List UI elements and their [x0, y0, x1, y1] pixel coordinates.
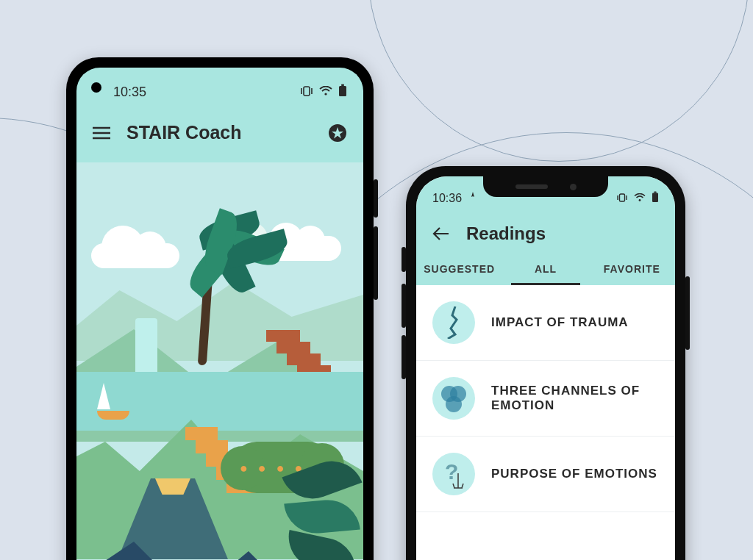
device-side-button: [685, 276, 690, 350]
reading-item-impact-of-trauma[interactable]: IMPACT OF TRAUMA: [416, 285, 675, 361]
svg-rect-11: [620, 194, 625, 201]
device-android-frame: 10:35 STAIR Coach: [66, 57, 374, 560]
tab-favorite[interactable]: FAVORITE: [589, 254, 675, 285]
reading-item-three-channels[interactable]: THREE CHANNELS OF EMOTION: [416, 361, 675, 437]
device-side-button: [402, 284, 406, 328]
svg-rect-5: [341, 84, 344, 86]
svg-point-3: [324, 93, 326, 95]
svg-rect-4: [339, 86, 346, 96]
reading-item-label: THREE CHANNELS OF EMOTION: [491, 384, 659, 413]
svg-line-21: [453, 484, 454, 488]
device-side-button: [402, 335, 406, 379]
reading-item-label: IMPACT OF TRAUMA: [491, 315, 629, 330]
readings-list: IMPACT OF TRAUMA THREE CHANNELS OF EMOTI…: [416, 285, 675, 512]
battery-icon: [338, 84, 347, 101]
palm-tree-icon: [156, 214, 259, 368]
device-side-button: [374, 226, 378, 300]
svg-rect-16: [654, 192, 656, 193]
device-notch: [483, 176, 608, 197]
svg-line-22: [462, 484, 463, 488]
status-time: 10:36: [432, 192, 462, 205]
menu-icon[interactable]: [93, 126, 110, 140]
stairs-icon: [266, 330, 300, 377]
readings-tabs: SUGGESTED ALL FAVORITE: [416, 254, 675, 285]
back-arrow-icon[interactable]: [432, 226, 450, 241]
sailboat-icon: [97, 383, 129, 420]
readings-header: Readings: [416, 210, 675, 254]
device-side-button: [374, 179, 378, 218]
svg-text:?: ?: [445, 459, 458, 484]
tab-all[interactable]: ALL: [502, 254, 588, 285]
app-title: STAIR Coach: [126, 122, 312, 143]
wifi-icon: [634, 192, 646, 205]
favorite-star-button[interactable]: [328, 123, 347, 143]
wifi-icon: [319, 85, 332, 100]
reading-item-purpose-of-emotions[interactable]: ? PURPOSE OF EMOTIONS: [416, 437, 675, 512]
android-screen: 10:35 STAIR Coach: [76, 68, 363, 560]
page-title: Readings: [466, 223, 546, 244]
crack-icon: [432, 301, 475, 344]
tab-suggested[interactable]: SUGGESTED: [416, 254, 502, 285]
svg-point-14: [639, 199, 641, 201]
reading-item-label: PURPOSE OF EMOTIONS: [491, 467, 657, 481]
svg-rect-0: [304, 87, 310, 96]
android-status-bar: 10:35: [76, 68, 363, 104]
vibrate-icon: [616, 192, 628, 205]
question-icon: ?: [432, 453, 475, 495]
venn-icon: [432, 377, 475, 420]
front-camera: [91, 82, 101, 93]
device-ios-frame: 10:36: [406, 166, 685, 560]
ios-screen: 10:36: [416, 176, 675, 560]
plant-icon: [271, 456, 359, 560]
battery-icon: [652, 191, 659, 206]
svg-rect-15: [652, 193, 658, 203]
device-side-button: [402, 247, 406, 272]
vibrate-icon: [300, 85, 313, 100]
location-icon: [469, 192, 477, 205]
status-time: 10:35: [113, 85, 146, 100]
home-hero-illustration: ●●●●●: [76, 162, 363, 560]
app-header: STAIR Coach: [76, 104, 363, 162]
